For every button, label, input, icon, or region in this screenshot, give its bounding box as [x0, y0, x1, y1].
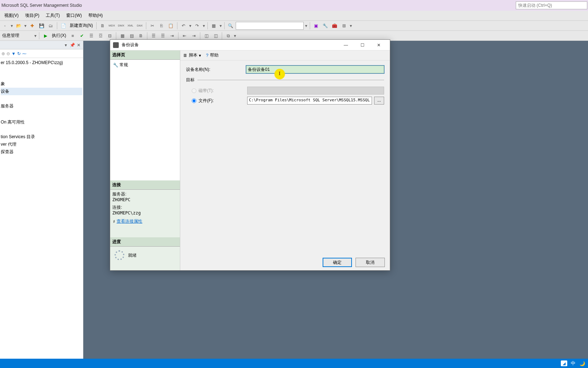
tray-app-icon[interactable]: ◢ [561, 360, 567, 366]
tree-item[interactable]: 服务器 [1, 102, 82, 110]
ime-language[interactable]: 中 [569, 360, 577, 367]
tree-item-backup-device[interactable]: 设备 [1, 88, 82, 95]
find-icon[interactable]: 🔍 [226, 21, 235, 30]
open-dropdown-icon[interactable]: ▾ [24, 23, 27, 28]
back-icon[interactable]: ◦ [1, 21, 9, 30]
check-icon[interactable]: ✔ [78, 32, 86, 40]
dax-icon[interactable]: DAX [136, 21, 144, 30]
layout-dropdown-icon[interactable]: ▾ [349, 23, 353, 28]
page-general[interactable]: 🔧 常规 [112, 61, 178, 69]
plan-icon[interactable]: ☰ [87, 32, 95, 40]
paste-icon[interactable]: 📋 [167, 21, 175, 30]
results-grid-icon[interactable]: ▦ [118, 32, 127, 40]
connection-header: 连接 [110, 180, 180, 190]
table-dropdown-icon[interactable]: ▾ [219, 23, 222, 28]
back-dropdown-icon[interactable]: ▾ [10, 23, 14, 28]
xmla-icon[interactable]: XML [126, 21, 135, 30]
execute-button[interactable]: 执行(X) [50, 33, 68, 39]
dialog-toolbar: 🗏 脚本 ▾ ? 帮助 [180, 50, 390, 60]
undo-icon[interactable]: ↶ [179, 21, 188, 30]
help-button[interactable]: 帮助 [210, 52, 219, 58]
tree-item[interactable]: tion Services 目录 [1, 133, 82, 141]
close-panel-icon[interactable]: ✕ [76, 42, 82, 48]
file-label: 文件(F): [199, 98, 245, 104]
results-text-icon[interactable]: ▤ [127, 32, 136, 40]
device-name-input[interactable]: 备份设备01 [246, 66, 384, 73]
indent-icon[interactable]: ⇥ [168, 32, 176, 40]
specify2-icon[interactable]: ◫ [211, 32, 220, 40]
view-connection-link[interactable]: 查看连接属性 [117, 218, 142, 224]
ok-button[interactable]: 确定 [323, 258, 352, 267]
wrench-icon[interactable]: 🔧 [321, 21, 330, 30]
refresh-icon[interactable]: ↻ [17, 51, 21, 56]
page-general-label: 常规 [119, 62, 128, 68]
mdx-icon[interactable]: MDX [108, 21, 116, 30]
new-query-button[interactable]: 新建查询(N) [68, 23, 94, 29]
minimize-button[interactable]: — [338, 40, 354, 50]
sqlcmd-icon[interactable]: ⧉ [224, 32, 232, 40]
execute-icon[interactable]: ▶ [41, 32, 50, 40]
redo-icon[interactable]: ↷ [193, 21, 201, 30]
panel-dropdown-icon[interactable]: ▾ [63, 42, 69, 48]
menu-tools[interactable]: 工具(T) [43, 11, 63, 20]
comment-icon[interactable]: ☰ [149, 32, 158, 40]
dialog-title-bar[interactable]: 备份设备 — ☐ ✕ [110, 40, 390, 50]
dmx-icon[interactable]: DMX [117, 21, 126, 30]
browse-button[interactable]: ... [374, 97, 384, 105]
specify-icon[interactable]: ◫ [202, 32, 211, 40]
tree-item[interactable]: 探查器 [1, 148, 82, 156]
dialog-footer: 确定 取消 [180, 255, 390, 270]
open-icon[interactable]: 📂 [14, 21, 23, 30]
filter-icon[interactable]: ▼ [11, 51, 16, 56]
cut-icon[interactable]: ✂ [148, 21, 157, 30]
file-path-input[interactable]: C:\Program Files\Microsoft SQL Server\MS… [247, 97, 372, 105]
tree-item[interactable]: 象 [1, 80, 82, 88]
tree-item[interactable]: ver 代理 [1, 141, 82, 148]
save-icon[interactable]: 💾 [37, 21, 46, 30]
tree-item[interactable]: On 高可用性 [1, 118, 82, 126]
menu-help[interactable]: 帮助(H) [85, 11, 106, 20]
cancel-button[interactable]: 取消 [356, 258, 385, 267]
disconnect-icon[interactable]: ⊖ [6, 51, 10, 56]
uncomment-icon[interactable]: ☰ [158, 32, 167, 40]
layout-icon[interactable]: ⊞ [340, 21, 348, 30]
database-dropdown-icon[interactable]: ▾ [34, 33, 37, 38]
redo-dropdown-icon[interactable]: ▾ [202, 23, 206, 28]
object-explorer-tree[interactable]: er 15.0.2000.5 - ZHOMEPC\zzg) 象 设备 服务器 O… [0, 58, 83, 359]
new-icon[interactable]: ✚ [28, 21, 36, 30]
menu-window[interactable]: 窗口(W) [63, 11, 84, 20]
file-radio[interactable] [192, 98, 196, 103]
indent2-icon[interactable]: ⇥ [190, 32, 198, 40]
pin-icon[interactable]: 📌 [69, 42, 75, 48]
live-plan-icon[interactable]: ⊟ [106, 32, 114, 40]
find-combo[interactable] [236, 22, 304, 30]
ime-mode-icon[interactable]: 🌙 [579, 360, 586, 367]
query-type-icon[interactable]: 🗎 [98, 21, 107, 30]
tray-chevron-icon[interactable] [552, 360, 559, 367]
activity-icon[interactable]: ⁓ [22, 51, 26, 56]
menu-project[interactable]: 项目(P) [22, 11, 42, 20]
options-dropdown-icon[interactable]: ▾ [233, 33, 237, 38]
close-button[interactable]: ✕ [371, 40, 387, 50]
copy-icon[interactable]: ⎘ [157, 21, 166, 30]
script-dropdown-icon[interactable]: ▾ [199, 53, 201, 58]
extension-icon[interactable]: ▣ [312, 21, 320, 30]
database-combo[interactable]: 信息管理 [1, 33, 33, 39]
stop-icon[interactable]: ■ [68, 32, 77, 40]
script-button[interactable]: 脚本 [189, 52, 197, 58]
outdent-icon[interactable]: ⇤ [180, 32, 189, 40]
connect-icon[interactable]: ⊕ [1, 51, 5, 56]
menu-view[interactable]: 视图(V) [1, 11, 21, 20]
tree-server-node[interactable]: er 15.0.2000.5 - ZHOMEPC\zzg) [1, 59, 82, 66]
plan2-icon[interactable]: ☲ [96, 32, 105, 40]
save-all-icon[interactable]: 🗂 [46, 21, 55, 30]
find-dropdown-icon[interactable]: ▾ [304, 23, 308, 28]
new-query-icon[interactable]: 📄 [59, 21, 68, 30]
toolbox-icon[interactable]: 🧰 [330, 21, 339, 30]
taskbar[interactable]: ◢ 中 🌙 [0, 359, 588, 368]
quick-launch-input[interactable] [516, 1, 587, 9]
maximize-button[interactable]: ☐ [354, 40, 371, 50]
results-file-icon[interactable]: 🗎 [137, 32, 145, 40]
table-icon[interactable]: ▦ [210, 21, 218, 30]
undo-dropdown-icon[interactable]: ▾ [188, 23, 192, 28]
